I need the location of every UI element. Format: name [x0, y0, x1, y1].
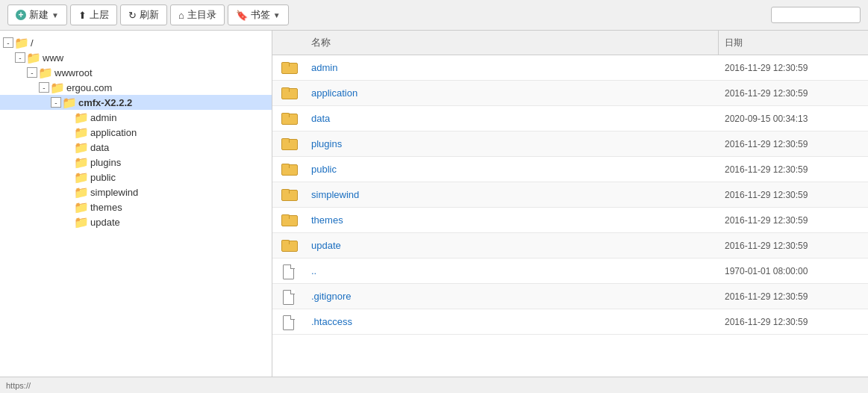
file-row[interactable]: plugins2016-11-29 12:30:59 [272, 131, 868, 157]
folder-icon [281, 164, 296, 176]
file-name-col: update [305, 235, 719, 256]
tree-folder-icon-cmfx: 📁 [63, 96, 76, 108]
file-row[interactable]: application2016-11-29 12:30:59 [272, 81, 868, 106]
tree-item-ergou[interactable]: -📁ergou.com [0, 80, 272, 95]
tree-item-admin[interactable]: 📁admin [0, 110, 272, 125]
file-date-col: 2016-11-29 12:30:59 [719, 287, 868, 306]
folder-sym: 📁 [74, 140, 89, 155]
home-button[interactable]: ⌂ 主目录 [170, 4, 225, 25]
file-name-col: themes [305, 210, 719, 230]
tree-label-plugins: plugins [90, 157, 121, 168]
tree-folder-icon-update: 📁 [75, 216, 88, 228]
refresh-icon: ↻ [128, 10, 137, 21]
file-icon [283, 290, 295, 303]
file-icon-col [272, 240, 305, 252]
file-icon-col [272, 113, 305, 125]
folder-sym: 📁 [50, 81, 65, 95]
tree-folder-icon-data: 📁 [75, 141, 88, 153]
folder-sym: 📁 [74, 185, 89, 199]
file-name-col: simplewind [305, 185, 719, 205]
up-button[interactable]: ⬆ 上层 [70, 4, 117, 25]
header-name-col[interactable]: 名称 [305, 31, 719, 55]
folder-icon [281, 87, 296, 99]
tree-item-cmfx[interactable]: -📁cmfx-X2.2.2 [0, 95, 272, 110]
toolbar: + 新建 ▼ ⬆ 上层 ↻ 刷新 ⌂ 主目录 🔖 书签 ▼ [0, 0, 868, 31]
bookmark-label: 书签 [251, 8, 270, 22]
refresh-label: 刷新 [140, 8, 159, 22]
tree-item-public[interactable]: 📁public [0, 170, 272, 185]
file-date-col: 2016-11-29 12:30:59 [719, 211, 868, 230]
file-date-col: 2016-11-29 12:30:59 [719, 236, 868, 256]
file-date-col: 2016-11-29 12:30:59 [719, 185, 868, 205]
tree-label-public: public [90, 172, 116, 183]
up-label: 上层 [90, 8, 109, 22]
tree-label-www: www [43, 52, 63, 64]
file-name-col: .gitignore [305, 286, 719, 306]
file-panel: 名称 日期 admin2016-11-29 12:30:59applicatio… [272, 31, 868, 377]
tree-label-simplewind: simplewind [90, 187, 138, 198]
file-row[interactable]: simplewind2016-11-29 12:30:59 [272, 182, 868, 208]
folder-sym: 📁 [74, 200, 89, 214]
folder-sym: 📁 [74, 155, 89, 170]
file-row[interactable]: ..1970-01-01 08:00:00 [272, 259, 868, 284]
new-button[interactable]: + 新建 ▼ [7, 4, 67, 25]
main-layout: -📁/-📁www-📁wwwroot-📁ergou.com-📁cmfx-X2.2.… [0, 31, 868, 377]
file-icon [283, 315, 295, 329]
tree-label-update: update [90, 217, 120, 228]
tree-item-application[interactable]: 📁application [0, 125, 272, 140]
tree-label-admin: admin [90, 112, 116, 123]
file-row[interactable]: update2016-11-29 12:30:59 [272, 233, 868, 259]
tree-item-wwwroot[interactable]: -📁wwwroot [0, 65, 272, 80]
folder-icon [281, 189, 296, 201]
tree-item-plugins[interactable]: 📁plugins [0, 155, 272, 170]
file-row[interactable]: .htaccess2016-11-29 12:30:59 [272, 309, 868, 335]
folder-sym: 📁 [14, 36, 29, 50]
refresh-button[interactable]: ↻ 刷新 [120, 4, 167, 25]
tree-folder-icon-themes: 📁 [75, 201, 88, 213]
file-name-col: .. [305, 261, 719, 281]
file-icon-col [272, 214, 305, 226]
file-name-col: application [305, 83, 719, 103]
tree-toggle-cmfx[interactable]: - [51, 97, 61, 108]
tree-toggle-root[interactable]: - [3, 37, 13, 48]
folder-sym: 📁 [74, 170, 89, 185]
tree-label-application: application [90, 127, 137, 138]
tree-toggle-www[interactable]: - [15, 52, 25, 63]
file-icon-col [272, 164, 305, 176]
tree-item-themes[interactable]: 📁themes [0, 199, 272, 214]
tree-label-wwwroot: wwwroot [54, 67, 93, 78]
file-row[interactable]: public2016-11-29 12:30:59 [272, 157, 868, 182]
file-row[interactable]: themes2016-11-29 12:30:59 [272, 208, 868, 233]
file-icon-col [272, 290, 305, 303]
file-name-col: data [305, 108, 719, 129]
home-label: 主目录 [187, 8, 216, 22]
file-date-col: 2016-11-29 12:30:59 [719, 160, 868, 179]
file-list: admin2016-11-29 12:30:59application2016-… [272, 55, 868, 377]
file-row[interactable]: admin2016-11-29 12:30:59 [272, 55, 868, 81]
folder-sym: 📁 [74, 215, 89, 229]
tree-item-simplewind[interactable]: 📁simplewind [0, 185, 272, 199]
file-date-col: 2016-11-29 12:30:59 [719, 58, 868, 78]
up-icon: ⬆ [78, 10, 87, 21]
file-row[interactable]: .gitignore2016-11-29 12:30:59 [272, 284, 868, 309]
folder-icon [281, 62, 296, 74]
file-icon-col [272, 138, 305, 150]
file-date-col: 2020-09-15 00:34:13 [719, 109, 868, 129]
tree-item-data[interactable]: 📁data [0, 140, 272, 155]
file-name-col: admin [305, 58, 719, 78]
tree-folder-icon-application: 📁 [75, 126, 88, 138]
tree-toggle-ergou[interactable]: - [39, 82, 49, 93]
file-date-col: 2016-11-29 12:30:59 [719, 312, 868, 332]
tree-folder-icon-admin: 📁 [75, 111, 88, 123]
search-input[interactable] [771, 7, 861, 23]
bookmark-button[interactable]: 🔖 书签 ▼ [228, 4, 289, 25]
status-text: https:// [6, 381, 31, 390]
tree-item-root[interactable]: -📁/ [0, 35, 272, 50]
tree-item-www[interactable]: -📁www [0, 50, 272, 65]
file-icon-col [272, 315, 305, 329]
tree-toggle-wwwroot[interactable]: - [27, 67, 37, 78]
tree-item-update[interactable]: 📁update [0, 214, 272, 229]
header-date-col[interactable]: 日期 [719, 31, 868, 55]
folder-icon [281, 113, 296, 125]
file-row[interactable]: data2020-09-15 00:34:13 [272, 106, 868, 131]
